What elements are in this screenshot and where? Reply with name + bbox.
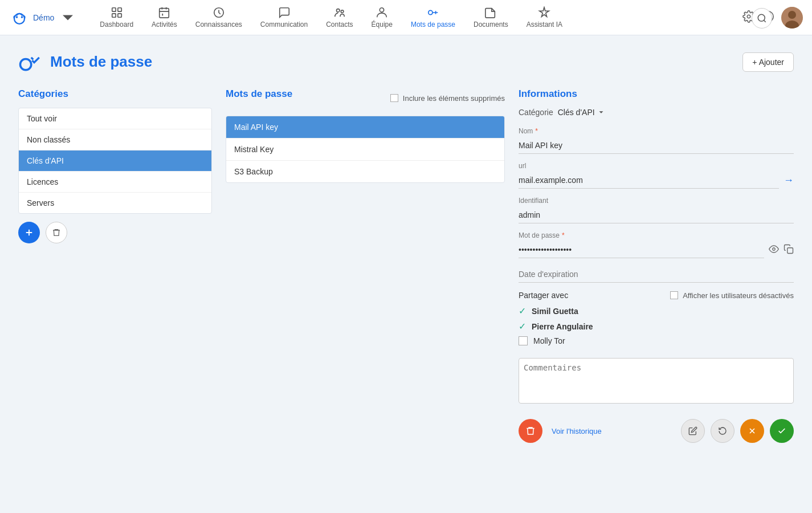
cancel-button[interactable] <box>740 419 764 443</box>
identifiant-field: Identifiant <box>519 197 794 223</box>
passwords-column: Mots de passe Inclure les éléments suppr… <box>226 88 505 443</box>
share-user-simil-guetta[interactable]: ✓ Simil Guetta <box>519 306 794 316</box>
share-header: Partager avec Afficher les utilisateurs … <box>519 291 794 300</box>
check-simil-guetta-icon: ✓ <box>519 306 526 316</box>
url-navigate-icon[interactable]: → <box>784 174 794 186</box>
category-actions <box>18 222 212 243</box>
show-password-icon[interactable] <box>769 244 779 256</box>
svg-point-13 <box>747 15 750 18</box>
save-button[interactable] <box>770 419 794 443</box>
category-item-non-classes[interactable]: Non classés <box>19 129 211 150</box>
passwords-list-header: Mots de passe Inclure les éléments suppr… <box>226 88 505 108</box>
include-deleted-row[interactable]: Inclure les éléments supprimés <box>390 94 505 103</box>
nav-communication[interactable]: Communication <box>252 2 316 33</box>
nom-label: Nom * <box>519 127 794 135</box>
category-item-servers[interactable]: Servers <box>19 193 211 213</box>
category-list: Tout voir Non classés Clés d'API Licence… <box>18 108 212 214</box>
svg-point-1 <box>16 16 18 18</box>
category-delete-button[interactable] <box>46 222 67 243</box>
include-deleted-checkbox[interactable] <box>390 94 398 102</box>
svg-point-2 <box>21 16 23 18</box>
info-heading: Informations <box>519 88 794 100</box>
identifiant-input[interactable] <box>519 207 794 223</box>
url-label: url <box>519 162 794 170</box>
delete-button[interactable] <box>519 419 542 443</box>
user-avatar[interactable] <box>781 7 803 28</box>
comments-textarea[interactable] <box>519 358 794 404</box>
nav-documents[interactable]: Documents <box>466 2 516 33</box>
expiry-field <box>519 266 794 283</box>
svg-point-9 <box>336 9 340 12</box>
info-column: Informations Catégorie Clés d'API Nom * <box>519 88 794 443</box>
nav-items: Dashboard Activités Connaissances Commun… <box>92 2 742 33</box>
nom-input[interactable] <box>519 137 794 154</box>
url-input[interactable] <box>519 172 779 189</box>
mot-de-passe-label: Mot de passe * <box>519 231 794 239</box>
add-button[interactable]: + Ajouter <box>742 52 794 72</box>
identifiant-label: Identifiant <box>519 197 794 205</box>
history-link[interactable]: Voir l'historique <box>552 427 602 435</box>
share-user-molly-tor[interactable]: Molly Tor <box>519 336 794 345</box>
svg-rect-7 <box>160 9 169 18</box>
category-item-cles-api[interactable]: Clés d'API <box>19 150 211 172</box>
nav-mots-de-passe[interactable]: Mots de passe <box>403 2 463 33</box>
svg-rect-21 <box>787 248 793 254</box>
svg-rect-6 <box>118 14 121 17</box>
nav-connaissances[interactable]: Connaissances <box>187 2 250 33</box>
page-header: Mots de passe + Ajouter <box>18 49 794 75</box>
svg-rect-5 <box>112 14 115 17</box>
nom-field: Nom * <box>519 127 794 154</box>
nav-equipe[interactable]: Équipe <box>364 2 401 33</box>
svg-point-20 <box>773 248 776 251</box>
nav-activites[interactable]: Activités <box>144 2 185 33</box>
show-disabled-checkbox[interactable] <box>670 291 678 299</box>
page-title: Mots de passe <box>50 53 152 71</box>
top-navigation: Démo Dashboard Activités Connaissances C… <box>0 0 812 35</box>
url-field: url → <box>519 162 794 189</box>
share-user-pierre-angulaire[interactable]: ✓ Pierre Angulaire <box>519 321 794 332</box>
category-dropdown[interactable]: Clés d'API <box>558 108 605 117</box>
nav-contacts[interactable]: Contacts <box>318 2 361 33</box>
svg-point-18 <box>758 14 765 21</box>
info-category-row: Catégorie Clés d'API <box>519 108 794 117</box>
action-bar: Voir l'historique <box>519 419 794 443</box>
password-item-s3-backup[interactable]: S3 Backup <box>226 161 504 182</box>
main-columns: Catégories Tout voir Non classés Clés d'… <box>18 88 794 443</box>
password-item-mistral-key[interactable]: Mistral Key <box>226 139 504 161</box>
check-pierre-angulaire-icon: ✓ <box>519 321 526 332</box>
svg-point-11 <box>380 8 384 12</box>
category-item-tout-voir[interactable]: Tout voir <box>19 108 211 129</box>
edit-button[interactable] <box>681 419 705 443</box>
svg-rect-4 <box>118 8 121 11</box>
nav-assistant-ia[interactable]: Assistant IA <box>519 2 570 33</box>
svg-point-10 <box>341 10 344 13</box>
svg-point-0 <box>14 13 25 23</box>
share-section: Partager avec Afficher les utilisateurs … <box>519 291 794 345</box>
app-logo[interactable]: Démo <box>9 7 78 28</box>
svg-point-16 <box>788 11 796 19</box>
svg-point-19 <box>21 59 31 70</box>
reset-button[interactable] <box>711 419 735 443</box>
category-item-licences[interactable]: Licences <box>19 172 211 193</box>
search-button[interactable] <box>752 8 772 28</box>
page-title-row: Mots de passe <box>18 49 152 75</box>
show-disabled-row[interactable]: Afficher les utilisateurs désactivés <box>670 291 794 300</box>
categories-heading: Catégories <box>18 88 212 100</box>
password-list: Mail API key Mistral Key S3 Backup <box>226 116 505 183</box>
svg-rect-3 <box>112 8 115 11</box>
category-add-button[interactable] <box>18 222 40 243</box>
categories-column: Catégories Tout voir Non classés Clés d'… <box>18 88 212 443</box>
svg-point-12 <box>429 10 432 14</box>
uncheck-molly-tor-icon <box>519 336 528 345</box>
action-left <box>519 419 542 443</box>
password-input[interactable] <box>519 242 764 258</box>
action-right <box>681 419 794 443</box>
expiry-input[interactable] <box>519 266 794 283</box>
passwords-heading: Mots de passe <box>226 88 292 100</box>
mot-de-passe-field: Mot de passe * <box>519 231 794 258</box>
nav-dashboard[interactable]: Dashboard <box>92 2 141 33</box>
password-item-mail-api-key[interactable]: Mail API key <box>226 116 504 139</box>
key-icon <box>18 49 42 75</box>
copy-password-icon[interactable] <box>784 244 794 256</box>
page-content: Mots de passe + Ajouter Catégories Tout … <box>0 35 812 457</box>
